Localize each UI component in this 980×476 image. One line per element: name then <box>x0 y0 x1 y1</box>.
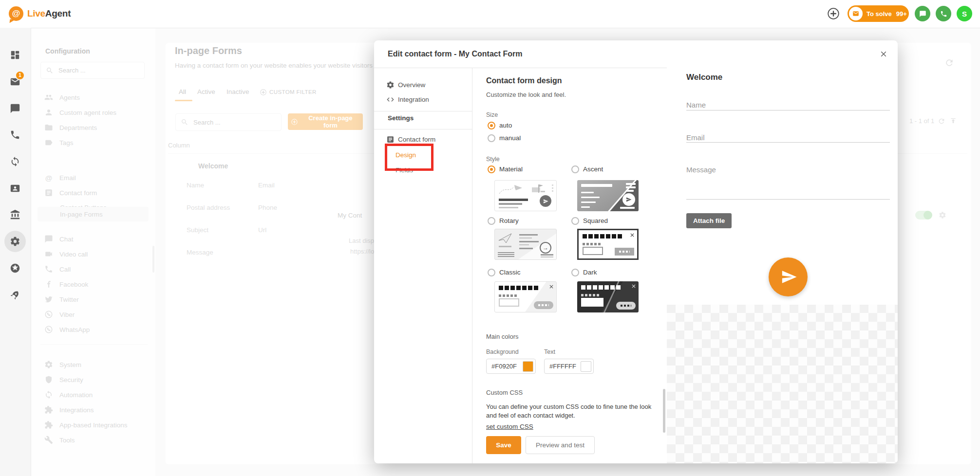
liveagent-logo: LiveAgent <box>27 8 71 19</box>
style-dark-radio[interactable] <box>571 269 579 276</box>
preview-and-test-button[interactable]: Preview and test <box>526 436 595 454</box>
send-icon <box>781 269 797 285</box>
close-icon[interactable] <box>879 50 888 58</box>
style-rotary-label[interactable]: Rotary <box>499 217 519 224</box>
save-button[interactable]: Save <box>486 436 521 454</box>
modal-header: Edit contact form - My Contact Form <box>374 40 898 68</box>
send-arrow-icon: → <box>540 242 551 254</box>
design-subheading: Customize the look and feel. <box>486 91 566 98</box>
size-auto-label[interactable]: auto <box>499 122 512 129</box>
logo-text-agent: Agent <box>45 8 71 18</box>
liveagent-app: @ LiveAgent To solve 99+ S 1 Configurati… <box>0 0 980 476</box>
rocket-icon[interactable] <box>8 288 23 303</box>
topbar: @ LiveAgent To solve 99+ S <box>0 0 980 28</box>
style-ascent-label[interactable]: Ascent <box>583 165 603 173</box>
document-icon <box>386 135 395 144</box>
widget-send-button[interactable] <box>769 257 808 296</box>
gear-icon <box>386 81 395 89</box>
modal-nav-contact-form[interactable]: Contact form <box>374 134 435 145</box>
sketch-plane-icon <box>498 183 529 196</box>
chat-icon <box>919 10 926 18</box>
style-squared-label[interactable]: Squared <box>583 217 608 224</box>
contacts-icon[interactable] <box>10 183 20 194</box>
widget-preview-panel: Welcome Name Email Message Attach file <box>667 68 898 463</box>
style-dark-label[interactable]: Dark <box>583 269 597 276</box>
automation-nav-icon[interactable] <box>10 156 20 167</box>
annotation-highlight-box <box>385 144 433 171</box>
phone-icon <box>940 10 947 18</box>
widget-heading: Welcome <box>686 73 722 82</box>
to-solve-count: 99+ <box>896 10 907 18</box>
divider <box>374 129 472 129</box>
to-solve-button[interactable]: To solve 99+ <box>848 5 909 22</box>
style-squared-thumbnail[interactable] <box>577 229 639 260</box>
edit-contact-form-modal: Edit contact form - My Contact Form Over… <box>374 40 898 463</box>
ticket-count-badge: 1 <box>15 71 25 80</box>
add-icon[interactable] <box>827 7 840 20</box>
widget-name-input[interactable] <box>686 110 890 110</box>
content-scrollbar[interactable] <box>663 389 665 433</box>
style-classic-radio[interactable] <box>488 269 495 276</box>
to-solve-label: To solve <box>867 10 892 18</box>
background-color-field <box>486 359 536 374</box>
background-label: Background <box>486 348 519 355</box>
stars-icon[interactable] <box>10 263 20 274</box>
text-label: Text <box>544 348 555 355</box>
modal-nav-integration[interactable]: Integration <box>374 94 429 105</box>
size-manual-radio[interactable] <box>488 134 495 142</box>
custom-css-label: Custom CSS <box>486 389 523 396</box>
design-heading: Contact form design <box>486 76 562 85</box>
calls-button[interactable] <box>936 6 951 21</box>
send-icon <box>622 193 635 206</box>
style-classic-thumbnail[interactable] <box>494 281 557 312</box>
size-label: Size <box>486 111 498 118</box>
style-dark-thumbnail[interactable] <box>577 281 639 312</box>
sketch-mailbox-icon <box>531 183 547 195</box>
text-color-swatch[interactable] <box>581 361 591 372</box>
main-colors-label: Main colors <box>486 333 518 340</box>
size-auto-radio[interactable] <box>488 122 495 129</box>
sketch-plane-icon <box>498 233 513 244</box>
modal-title: Edit contact form - My Contact Form <box>388 40 522 68</box>
widget-email-label: Email <box>686 133 705 142</box>
widget-email-input[interactable] <box>686 142 890 143</box>
icon-rail: 1 <box>0 28 31 476</box>
attach-file-button[interactable]: Attach file <box>686 213 732 228</box>
close-icon <box>629 232 635 238</box>
style-rotary-radio[interactable] <box>488 217 495 225</box>
envelope-icon <box>849 7 863 20</box>
style-squared-radio[interactable] <box>571 217 579 225</box>
background-color-swatch[interactable] <box>523 361 533 372</box>
dashboard-icon[interactable] <box>10 50 20 60</box>
chat-nav-icon[interactable] <box>10 103 20 114</box>
send-icon <box>540 195 551 207</box>
background-color-input[interactable] <box>490 362 523 370</box>
custom-css-description: You can define your custom CSS code to f… <box>486 403 656 420</box>
design-settings-panel: Contact form design Customize the look a… <box>472 68 666 463</box>
style-material-label[interactable]: Material <box>499 165 523 173</box>
style-ascent-radio[interactable] <box>571 165 579 173</box>
style-material-radio[interactable] <box>488 165 495 173</box>
call-nav-icon[interactable] <box>10 129 20 140</box>
user-avatar[interactable]: S <box>957 6 972 21</box>
widget-name-label: Name <box>686 101 706 109</box>
close-icon <box>548 284 554 290</box>
style-ascent-thumbnail[interactable] <box>577 180 639 211</box>
company-icon[interactable] <box>10 209 20 220</box>
modal-nav-overview[interactable]: Overview <box>374 79 425 90</box>
text-color-input[interactable] <box>548 362 581 370</box>
style-label: Style <box>486 156 500 163</box>
style-classic-label[interactable]: Classic <box>499 269 521 276</box>
widget-message-label: Message <box>686 165 716 174</box>
chats-button[interactable] <box>915 6 930 21</box>
size-manual-label[interactable]: manual <box>499 134 521 142</box>
set-custom-css-link[interactable]: set custom CSS <box>486 423 533 430</box>
widget-message-input[interactable] <box>686 199 890 200</box>
logo-text-live: Live <box>27 8 45 18</box>
modal-nav: Overview Integration Settings Contact fo… <box>374 68 472 463</box>
style-material-thumbnail[interactable] <box>494 180 557 211</box>
settings-icon[interactable] <box>10 236 20 247</box>
style-rotary-thumbnail[interactable]: → <box>494 229 557 260</box>
close-icon <box>631 283 637 289</box>
modal-nav-settings-header: Settings <box>388 114 414 122</box>
